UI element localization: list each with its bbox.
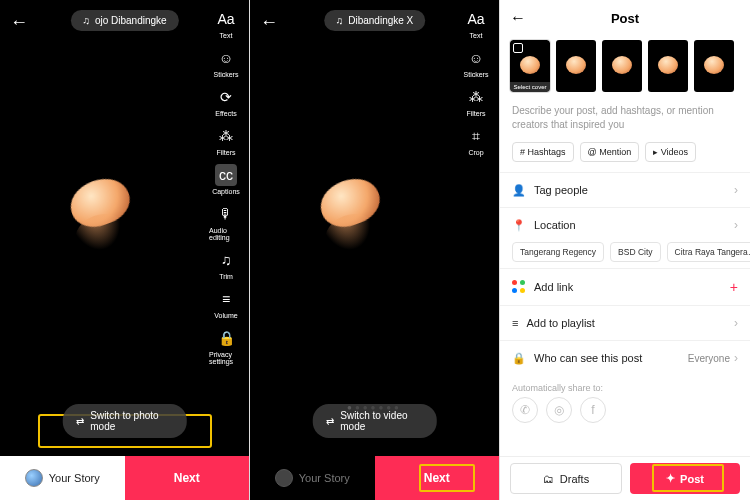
tool-text[interactable]: AaText — [209, 8, 243, 39]
tool-captions[interactable]: ccCaptions — [209, 164, 243, 195]
back-icon[interactable]: ← — [260, 12, 278, 33]
tool-label: Text — [220, 32, 233, 39]
add-playlist-row[interactable]: ≡Add to playlist › — [500, 305, 750, 340]
tool-effects[interactable]: ⟳Effects — [209, 86, 243, 117]
videos-chip[interactable]: ▸ Videos — [645, 142, 696, 162]
switch-mode-button[interactable]: ⇄ Switch to photo mode — [62, 404, 187, 438]
crop-icon: ⌗ — [465, 125, 487, 147]
sound-label: ojo Dibandingke — [95, 15, 167, 26]
text-icon: Aa — [215, 8, 237, 30]
switch-label: Switch to photo mode — [90, 410, 173, 432]
header: ← Post — [500, 0, 750, 36]
tool-label: Stickers — [214, 71, 239, 78]
music-note-icon: ♫ — [336, 15, 344, 26]
location-row[interactable]: 📍Location › — [500, 207, 750, 242]
captions-icon: cc — [215, 164, 237, 186]
tool-label: Privacy settings — [209, 351, 243, 365]
post-pane: ← Post Select cover Describe your post, … — [500, 0, 750, 500]
social-row: ✆ ◎ f — [500, 397, 750, 431]
back-icon[interactable]: ← — [10, 12, 28, 33]
row-label: Location — [534, 219, 576, 231]
tool-label: Captions — [212, 188, 240, 195]
your-story-button[interactable]: Your Story — [250, 456, 375, 500]
tool-filters[interactable]: ⁂Filters — [209, 125, 243, 156]
visibility-row[interactable]: 🔒Who can see this post Everyone› — [500, 340, 750, 375]
tag-people-row[interactable]: 👤Tag people › — [500, 172, 750, 207]
drafts-label: Drafts — [560, 473, 589, 485]
tool-label: Text — [470, 32, 483, 39]
tool-column: AaText☺Stickers⁂Filters⌗Crop — [459, 8, 493, 156]
avatar — [25, 469, 43, 487]
bottom-bar: Your Story Next — [0, 456, 249, 500]
tool-label: Volume — [214, 312, 237, 319]
your-story-button[interactable]: Your Story — [0, 456, 125, 500]
media-preview — [320, 180, 400, 250]
text-icon: Aa — [465, 8, 487, 30]
tool-text[interactable]: AaText — [459, 8, 493, 39]
location-chip[interactable]: BSD City — [610, 242, 660, 262]
location-chip[interactable]: Tangerang Regency — [512, 242, 604, 262]
tool-privacy[interactable]: 🔒Privacy settings — [209, 327, 243, 365]
tool-label: Trim — [219, 273, 233, 280]
tool-stickers[interactable]: ☺Stickers — [459, 47, 493, 78]
person-icon: 👤 — [512, 184, 526, 197]
tool-label: Crop — [468, 149, 483, 156]
editor-pane-photo: ← ♫ Dibandingke X AaText☺Stickers⁂Filter… — [250, 0, 500, 500]
back-icon[interactable]: ← — [510, 9, 526, 27]
audio-icon: 🎙 — [215, 203, 237, 225]
add-link-row[interactable]: Add link + — [500, 268, 750, 305]
music-note-icon: ♫ — [82, 15, 90, 26]
chevron-right-icon: › — [734, 316, 738, 330]
location-chip[interactable]: Citra Raya Tangera… — [667, 242, 750, 262]
tool-stickers[interactable]: ☺Stickers — [209, 47, 243, 78]
cover-thumb[interactable] — [602, 40, 642, 92]
story-label: Your Story — [299, 472, 350, 484]
sound-pill[interactable]: ♫ ojo Dibandingke — [70, 10, 178, 31]
location-suggestions: Tangerang RegencyBSD CityCitra Raya Tang… — [500, 242, 750, 268]
link-icon — [512, 280, 526, 294]
tool-volume[interactable]: ≡Volume — [209, 288, 243, 319]
whatsapp-icon[interactable]: ✆ — [512, 397, 538, 423]
swap-icon: ⇄ — [76, 416, 84, 427]
tool-crop[interactable]: ⌗Crop — [459, 125, 493, 156]
cover-thumb[interactable] — [694, 40, 734, 92]
hashtags-chip[interactable]: # Hashtags — [512, 142, 574, 162]
privacy-icon: 🔒 — [215, 327, 237, 349]
filters-icon: ⁂ — [215, 125, 237, 147]
stickers-icon: ☺ — [215, 47, 237, 69]
drafts-icon: 🗂 — [543, 473, 554, 485]
playlist-icon: ≡ — [512, 317, 518, 329]
lock-icon: 🔒 — [512, 352, 526, 365]
chevron-right-icon: › — [734, 183, 738, 197]
tool-label: Audio editing — [209, 227, 243, 241]
sound-pill[interactable]: ♫ Dibandingke X — [324, 10, 426, 31]
multi-icon — [513, 43, 523, 53]
tool-column: AaText☺Stickers⟳Effects⁂FiltersccCaption… — [209, 8, 243, 365]
switch-mode-button[interactable]: ⇄ Switch to video mode — [312, 404, 437, 438]
highlight-box — [652, 464, 724, 492]
tool-trim[interactable]: ♫Trim — [209, 249, 243, 280]
instagram-icon[interactable]: ◎ — [546, 397, 572, 423]
cover-thumb[interactable] — [648, 40, 688, 92]
facebook-icon[interactable]: f — [580, 397, 606, 423]
row-label: Add to playlist — [526, 317, 594, 329]
tool-label: Filters — [216, 149, 235, 156]
auto-share-label: Automatically share to: — [500, 375, 750, 397]
plus-icon: + — [730, 279, 738, 295]
avatar — [275, 469, 293, 487]
mention-chip[interactable]: @ Mention — [580, 142, 640, 162]
tool-label: Effects — [215, 110, 236, 117]
drafts-button[interactable]: 🗂 Drafts — [510, 463, 622, 494]
next-button[interactable]: Next — [125, 456, 250, 500]
tool-audio[interactable]: 🎙Audio editing — [209, 203, 243, 241]
row-label: Add link — [534, 281, 573, 293]
page-title: Post — [611, 11, 639, 26]
description-input[interactable]: Describe your post, add hashtags, or men… — [500, 100, 750, 142]
cover-thumb[interactable] — [556, 40, 596, 92]
cover-thumb[interactable]: Select cover — [510, 40, 550, 92]
media-preview — [70, 180, 150, 250]
trim-icon: ♫ — [215, 249, 237, 271]
tool-filters[interactable]: ⁂Filters — [459, 86, 493, 117]
sound-label: Dibandingke X — [348, 15, 413, 26]
tool-label: Filters — [466, 110, 485, 117]
